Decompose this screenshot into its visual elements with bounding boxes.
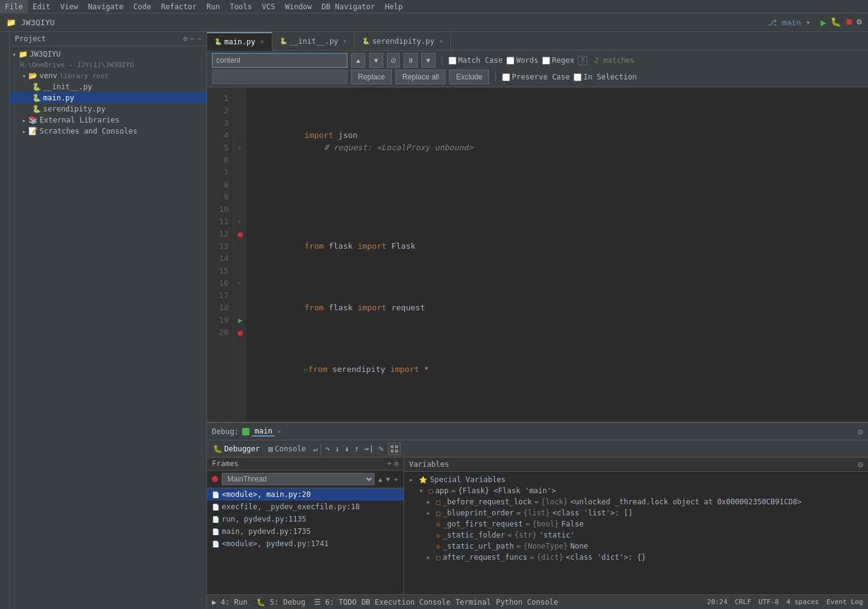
run-tab-btn[interactable]: ▶ 4: Run: [212, 598, 248, 607]
menu-tools[interactable]: Tools: [225, 0, 257, 14]
frames-settings-icon[interactable]: ⚙: [394, 459, 399, 468]
thread-dropdown[interactable]: MainThread: [222, 473, 375, 485]
terminal-btn[interactable]: Terminal: [455, 598, 491, 607]
tab-close-ser[interactable]: ✕: [439, 38, 443, 44]
settings-icon[interactable]: ⚙: [857, 17, 862, 28]
menu-db-navigator[interactable]: DB Navigator: [317, 0, 380, 14]
tree-item-main[interactable]: 🐍 main.py: [10, 92, 206, 103]
menu-window[interactable]: Window: [280, 0, 317, 14]
frame-item-2[interactable]: 📄 run, pydevd.py:1135: [207, 513, 404, 525]
todo-tab-btn[interactable]: ☰ 6: TODO: [314, 598, 357, 607]
var-special[interactable]: ▸ ⭐ Special Variables: [404, 474, 868, 485]
preserve-case-option[interactable]: Preserve Case: [502, 73, 570, 81]
breakpoint-12[interactable]: ●: [234, 228, 246, 240]
variables-settings-icon[interactable]: ⚙: [858, 459, 863, 469]
grid-view-btn[interactable]: [388, 443, 400, 455]
var-after-req-funcs[interactable]: ▸ □ after_request_funcs = {dict} <class …: [404, 552, 868, 563]
spaces-indicator[interactable]: 4 spaces: [786, 598, 819, 606]
python-console-btn[interactable]: Python Console: [496, 598, 558, 607]
crlf-indicator[interactable]: CRLF: [735, 598, 752, 606]
regex-option[interactable]: Regex: [542, 56, 574, 65]
tree-item-root[interactable]: ▾ 📁 JW3QIYU: [10, 49, 206, 60]
words-option[interactable]: Words: [506, 56, 538, 65]
search-pause-btn[interactable]: ⏸: [404, 53, 418, 68]
menu-help[interactable]: Help: [380, 0, 408, 14]
preserve-case-checkbox[interactable]: [502, 73, 510, 81]
thread-add-btn[interactable]: +: [394, 475, 399, 484]
menu-view[interactable]: View: [55, 0, 83, 14]
menu-edit[interactable]: Edit: [28, 0, 55, 14]
var-app[interactable]: ▾ □ app = {Flask} <Flask 'main'>: [404, 485, 868, 496]
menu-run[interactable]: Run: [201, 0, 225, 14]
console-input-icon[interactable]: ↵: [314, 445, 318, 453]
var-static-url-path[interactable]: ◇ _static_url_path = {NoneType} None: [404, 541, 868, 552]
project-gear-icon[interactable]: ⋯: [190, 34, 195, 43]
event-log-btn[interactable]: Event Log: [826, 598, 863, 606]
replace-all-button[interactable]: Replace all: [395, 70, 445, 84]
step-out-btn[interactable]: ↑: [352, 444, 361, 453]
menu-navigate[interactable]: Navigate: [83, 0, 129, 14]
run-btn[interactable]: ▶: [821, 17, 827, 28]
db-console-btn[interactable]: DB Execution Console: [362, 598, 451, 607]
in-selection-checkbox[interactable]: [574, 73, 582, 81]
step-into-btn[interactable]: ↓: [333, 444, 342, 453]
encoding-indicator[interactable]: UTF-8: [758, 598, 779, 606]
search-next-btn[interactable]: ▼: [369, 53, 383, 68]
tree-item-venv[interactable]: ▾ 📂 venv library root: [10, 70, 206, 81]
thread-nav-prev[interactable]: ▲: [378, 475, 383, 483]
project-close-icon[interactable]: −: [197, 34, 201, 43]
tab-init-py[interactable]: 🐍 __init__.py ✕: [272, 32, 355, 50]
tree-item-scratches[interactable]: ▸ 📝 Scratches and Consoles: [10, 126, 206, 137]
stop-btn[interactable]: ⏹: [845, 17, 853, 28]
exclude-button[interactable]: Exclude: [449, 70, 489, 84]
debugger-tab[interactable]: 🐛 Debugger: [209, 442, 264, 456]
var-before-lock[interactable]: ▸ □ _before_request_lock = {lock} <unloc…: [404, 496, 868, 507]
var-static-folder[interactable]: ◇ _static_folder = {str} 'static': [404, 530, 868, 541]
frame-item-1[interactable]: 📄 execfile, _pydev_execfile.py:18: [207, 501, 404, 513]
frame-item-3[interactable]: 📄 main, pydevd.py:1735: [207, 525, 404, 538]
words-checkbox[interactable]: [506, 57, 514, 65]
code-content[interactable]: import json # request: <LocalProxy unbou…: [246, 87, 868, 422]
menu-code[interactable]: Code: [129, 0, 156, 14]
regex-checkbox[interactable]: [542, 57, 550, 65]
search-filter-btn[interactable]: ▼: [421, 53, 436, 68]
search-replace-input[interactable]: [212, 70, 347, 84]
replace-button[interactable]: Replace: [351, 70, 392, 84]
tree-item-init[interactable]: 🐍 __init__.py: [10, 81, 206, 92]
tab-serendipity-py[interactable]: 🐍 serendipity.py ✕: [355, 32, 451, 50]
debug-settings-icon[interactable]: ⚙: [858, 427, 863, 437]
project-settings-icon[interactable]: ⚙: [183, 34, 187, 43]
debug-btn-title[interactable]: 🐛: [830, 17, 841, 28]
thread-nav-next[interactable]: ▼: [386, 475, 391, 483]
tab-close-init[interactable]: ✕: [343, 38, 347, 44]
tab-main-py[interactable]: 🐍 main.py ✕: [207, 32, 272, 50]
run-to-cursor-btn[interactable]: →|: [362, 444, 376, 453]
code-editor[interactable]: 12345 678910 1112131415 1617181920 ⊢ ⊢ ●: [207, 87, 868, 422]
tree-item-ext-libs[interactable]: ▸ 📚 External Libraries: [10, 115, 206, 126]
frames-add-icon[interactable]: +: [387, 459, 392, 468]
frame-item-0[interactable]: 📄 <module>, main.py:20: [207, 488, 404, 501]
menu-file[interactable]: File: [0, 0, 28, 14]
breakpoint-20[interactable]: ●: [234, 326, 246, 339]
search-all-btn[interactable]: ⊙: [387, 53, 400, 68]
frame-item-4[interactable]: 📄 <module>, pydevd.py:1741: [207, 538, 404, 550]
console-tab[interactable]: ▤ Console: [265, 442, 310, 456]
var-got-first-req[interactable]: ◇ _got_first_request = {bool} False: [404, 518, 868, 530]
debug-tab-btn[interactable]: 🐛 5: Debug: [253, 598, 309, 607]
debug-main-tab[interactable]: main: [252, 427, 275, 437]
menu-refactor[interactable]: Refactor: [156, 0, 201, 14]
step-over-btn[interactable]: ↷: [323, 444, 332, 453]
var-blueprint-order[interactable]: ▸ □ _blueprint_order = {list} <class 'li…: [404, 507, 868, 518]
match-case-option[interactable]: Match Case: [448, 56, 503, 65]
tree-item-serendipity[interactable]: 🐍 serendipity.py: [10, 103, 206, 115]
step-into-my-code-btn[interactable]: ↡: [343, 444, 352, 453]
regex-help-icon[interactable]: ?: [578, 56, 587, 65]
in-selection-option[interactable]: In Selection: [574, 73, 637, 81]
search-prev-btn[interactable]: ▲: [351, 53, 365, 68]
tab-close-main[interactable]: ✕: [261, 38, 264, 45]
evaluate-btn[interactable]: ✎: [377, 444, 386, 453]
debug-main-close[interactable]: ✕: [277, 428, 281, 435]
search-find-input[interactable]: [212, 53, 347, 68]
match-case-checkbox[interactable]: [448, 57, 456, 65]
menu-vcs[interactable]: VCS: [257, 0, 280, 14]
